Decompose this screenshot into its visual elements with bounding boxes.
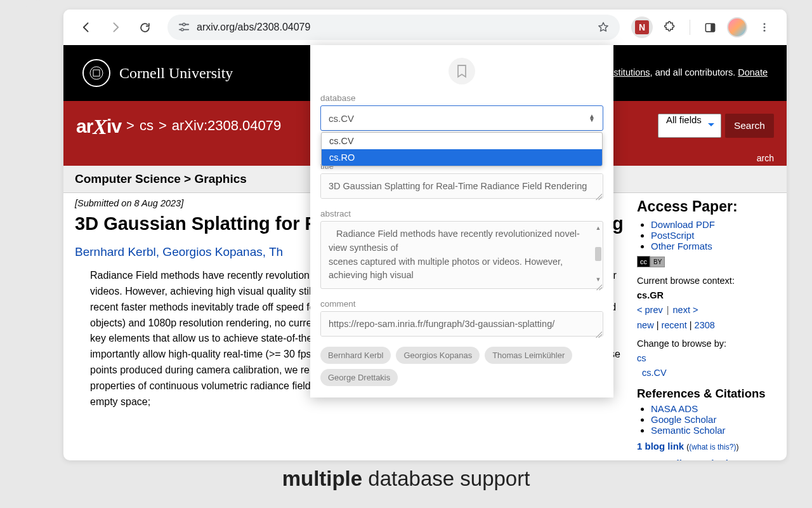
svg-rect-7 bbox=[710, 23, 714, 32]
prev-link[interactable]: < prev bbox=[637, 305, 663, 315]
search-button[interactable]: Search bbox=[725, 114, 774, 138]
caption: multiple database support bbox=[22, 467, 790, 491]
sidebar: Access Paper: Download PDF PostScript Ot… bbox=[637, 198, 775, 460]
new-link[interactable]: new bbox=[637, 320, 654, 330]
bookmark-icon[interactable] bbox=[449, 58, 475, 84]
what-is-this-link[interactable]: (what is this?) bbox=[689, 443, 736, 451]
profile-avatar[interactable] bbox=[727, 17, 747, 37]
postscript-link[interactable]: PostScript bbox=[651, 230, 694, 241]
browser-window: arxiv.org/abs/2308.04079 N Cornell Unive… bbox=[63, 10, 787, 460]
cornell-name: Cornell University bbox=[119, 65, 233, 82]
comment-input[interactable] bbox=[320, 311, 603, 337]
author-tag[interactable]: Bernhard Kerbl bbox=[320, 347, 391, 364]
scrollbar[interactable]: ▲▼ bbox=[594, 225, 602, 283]
svg-rect-0 bbox=[179, 24, 183, 25]
site-settings-icon[interactable] bbox=[178, 21, 190, 34]
address-bar[interactable]: arxiv.org/abs/2308.04079 bbox=[167, 15, 620, 40]
breadcrumb-paper-id: arXiv:2308.04079 bbox=[172, 117, 281, 134]
2308-link[interactable]: 2308 bbox=[695, 320, 715, 330]
abstract-label: abstract bbox=[320, 209, 603, 218]
browse-cscv-link[interactable]: cs.CV bbox=[642, 368, 667, 378]
svg-point-8 bbox=[764, 23, 766, 25]
reload-button[interactable] bbox=[133, 16, 156, 39]
export-bibtex-link[interactable]: Export BibTeX Citation bbox=[637, 458, 740, 460]
forward-button[interactable] bbox=[104, 16, 127, 39]
author-tag[interactable]: Thomas Leimkühler bbox=[485, 347, 572, 364]
database-dropdown: cs.CV cs.RO bbox=[321, 132, 603, 166]
access-paper-heading: Access Paper: bbox=[637, 198, 775, 215]
db-option-cscv[interactable]: cs.CV bbox=[322, 133, 602, 149]
resize-handle-icon[interactable] bbox=[596, 284, 602, 290]
svg-point-9 bbox=[764, 27, 766, 29]
side-panel-icon[interactable] bbox=[699, 17, 721, 38]
svg-point-11 bbox=[90, 67, 103, 79]
recent-link[interactable]: recent bbox=[661, 320, 686, 330]
svg-point-10 bbox=[764, 30, 766, 32]
other-formats-link[interactable]: Other Formats bbox=[651, 241, 712, 251]
extension-n-icon[interactable]: N bbox=[631, 17, 653, 38]
back-button[interactable] bbox=[75, 16, 98, 39]
author-tag[interactable]: George Drettakis bbox=[320, 369, 398, 386]
blog-link[interactable]: 1 blog link bbox=[637, 441, 684, 451]
references-heading: References & Citations bbox=[637, 387, 775, 401]
select-arrows-icon: ▲▼ bbox=[589, 114, 595, 122]
breadcrumb-cs[interactable]: cs bbox=[140, 117, 154, 134]
svg-rect-12 bbox=[93, 70, 100, 76]
database-label: database bbox=[320, 93, 603, 103]
svg-point-5 bbox=[181, 29, 183, 31]
browser-menu-icon[interactable] bbox=[754, 17, 775, 38]
next-link[interactable]: next > bbox=[673, 305, 698, 315]
extension-popup: database cs.CV ▲▼ cs.CV cs.RO title abst… bbox=[310, 45, 613, 398]
resize-handle-icon[interactable] bbox=[596, 194, 602, 200]
browse-context-label: Current browse context: bbox=[637, 274, 775, 288]
svg-point-2 bbox=[183, 23, 185, 26]
url-text: arxiv.org/abs/2308.04079 bbox=[197, 22, 591, 33]
arxiv-logo[interactable]: arXiv bbox=[76, 114, 121, 138]
extensions-puzzle-icon[interactable] bbox=[659, 17, 681, 38]
resize-handle-icon[interactable] bbox=[596, 331, 602, 338]
download-pdf-link[interactable]: Download PDF bbox=[651, 219, 715, 230]
db-option-csro[interactable]: cs.RO bbox=[322, 149, 602, 166]
google-scholar-link[interactable]: Google Scholar bbox=[651, 414, 716, 425]
license-badge[interactable]: ccBY bbox=[637, 255, 775, 267]
title-input[interactable] bbox=[320, 173, 603, 199]
browse-cs-link[interactable]: cs bbox=[637, 353, 646, 363]
donate-link[interactable]: Donate bbox=[738, 67, 768, 77]
search-field-select[interactable]: All fields bbox=[658, 114, 721, 138]
abstract-input[interactable] bbox=[320, 221, 603, 289]
bookmark-star-icon[interactable] bbox=[597, 21, 610, 34]
svg-rect-1 bbox=[185, 24, 189, 25]
database-select[interactable]: cs.CV ▲▼ cs.CV cs.RO bbox=[320, 105, 603, 131]
browser-toolbar: arxiv.org/abs/2308.04079 N bbox=[63, 10, 787, 45]
browse-context-value: cs.GR bbox=[637, 290, 664, 300]
change-browse-label: Change to browse by: bbox=[637, 337, 775, 351]
nasa-ads-link[interactable]: NASA ADS bbox=[651, 403, 698, 414]
author-tag[interactable]: Georgios Kopanas bbox=[396, 347, 480, 364]
cornell-seal-icon bbox=[82, 59, 110, 87]
author-tags: Bernhard Kerbl Georgios Kopanas Thomas L… bbox=[320, 347, 603, 386]
comment-label: comment bbox=[320, 299, 603, 309]
semantic-scholar-link[interactable]: Semantic Scholar bbox=[651, 425, 726, 436]
toolbar-divider bbox=[690, 20, 690, 35]
svg-rect-4 bbox=[183, 29, 189, 30]
